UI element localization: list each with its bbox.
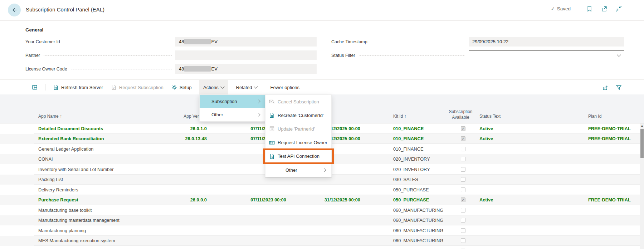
column-header-app-version[interactable]: App Version	[150, 114, 207, 119]
kit-id-cell: 010_FINANCE	[393, 123, 424, 134]
subscription-available-cell	[461, 154, 465, 165]
subscription-available-checkbox[interactable]	[461, 167, 465, 172]
menu-item-label: Cancel Subscription	[278, 99, 319, 104]
subscription-available-checkbox[interactable]	[461, 177, 465, 182]
start-date-cell	[229, 225, 286, 236]
app-name-cell: Bulk Email to customers and vendors	[38, 246, 114, 249]
table-row[interactable]: Manufacturing planning060_MANUFACTURING	[0, 225, 644, 236]
app-name-cell: Packing List	[38, 175, 63, 185]
kit-id-cell: 020_INVENTORY	[393, 154, 430, 165]
app-name-cell: Purchase Request	[38, 195, 78, 205]
menu-item-recreate-customerid[interactable]: Recreate 'CustomerId'	[265, 108, 331, 122]
subscription-available-checkbox[interactable]: ✓	[461, 136, 465, 141]
table-row[interactable]: Delivery Reminders050_PURCHASE	[0, 185, 644, 195]
request-license-owner-icon	[269, 140, 275, 146]
refresh-from-server-button[interactable]: Refresh from Server	[49, 80, 107, 95]
subscription-available-checkbox[interactable]	[461, 157, 465, 161]
share-icon[interactable]	[602, 84, 609, 91]
subscription-available-checkbox[interactable]	[461, 187, 465, 192]
menu-item-subscription[interactable]: Subscription	[200, 95, 265, 108]
status-text-cell: Active	[479, 195, 493, 205]
your-customer-id-value[interactable]: 48EV	[175, 37, 317, 47]
request-subscription-button[interactable]: ? Request Subscription	[107, 80, 167, 95]
chevron-right-icon	[323, 168, 326, 172]
kit-id-cell: 010_FINANCE	[393, 134, 424, 144]
menu-item-update-partnerid[interactable]: Update 'PartnerId'	[265, 122, 331, 136]
dotted-leader	[44, 55, 172, 56]
fewer-options-button[interactable]: Fewer options	[266, 80, 303, 95]
grid-view-button[interactable]	[28, 80, 42, 95]
column-header-app-name[interactable]: App Name ↑	[38, 114, 62, 119]
app-version-cell	[150, 144, 207, 154]
actions-menu-button[interactable]: Actions	[199, 80, 228, 95]
status-filter-select[interactable]	[469, 50, 624, 60]
menu-item-label: Request License Owner	[278, 140, 327, 145]
menu-item-cancel-subscription[interactable]: Cancel Subscription	[265, 95, 331, 108]
app-version-cell: 26.0.1.0	[150, 123, 207, 134]
table-row[interactable]: Bulk Email to customers and vendors090_P…	[0, 246, 644, 249]
menu-item-other[interactable]: Other	[200, 108, 265, 121]
open-in-window-icon[interactable]	[601, 6, 607, 12]
app-name-cell: Manufacturing masterdata management	[38, 215, 119, 226]
menu-item-other[interactable]: Other	[265, 163, 331, 177]
subscription-available-checkbox[interactable]	[461, 218, 465, 223]
saved-indicator: ✓ Saved	[551, 6, 571, 11]
subscription-available-checkbox[interactable]	[461, 228, 465, 233]
table-row[interactable]: Purchase Request26.0.0.007/11/2023 00:00…	[0, 195, 644, 205]
partner-value[interactable]	[175, 50, 317, 60]
column-header-kit-id[interactable]: Kit Id ↑	[393, 114, 406, 119]
menu-item-label: Other	[286, 167, 297, 173]
subscription-available-checkbox[interactable]	[461, 238, 465, 243]
dotted-leader	[71, 69, 172, 69]
setup-button[interactable]: Setup	[167, 80, 196, 95]
column-header-status-text[interactable]: Status Text	[479, 114, 501, 119]
menu-item-label: Subscription	[211, 99, 237, 104]
grid-view-icon	[32, 84, 38, 90]
menu-item-request-license-owner[interactable]: Request License Owner	[265, 136, 331, 150]
app-version-cell	[150, 164, 207, 175]
table-row[interactable]: Manufacturing masterdata management060_M…	[0, 215, 644, 226]
table-row[interactable]: Manufacturing base toolkit060_MANUFACTUR…	[0, 205, 644, 215]
update-partnerid-icon	[269, 126, 275, 132]
redacted-block	[184, 39, 211, 44]
dotted-leader	[371, 42, 465, 42]
dotted-leader	[359, 55, 465, 56]
column-header-subscription-available[interactable]: Subscription Available	[444, 109, 478, 120]
setup-gear-icon	[171, 84, 177, 90]
kit-id-cell: 060_MANUFACTURING	[393, 205, 443, 215]
back-button[interactable]	[8, 4, 21, 16]
subscription-available-cell	[461, 236, 465, 246]
vertical-scrollbar[interactable]: ▲	[640, 123, 644, 249]
refresh-icon	[53, 84, 59, 90]
subscription-available-checkbox[interactable]	[461, 147, 465, 151]
app-version-cell	[150, 185, 207, 195]
plan-id-cell: FREE-DEMO-TRIAL	[588, 134, 631, 144]
table-row[interactable]: MES Manufacturing execution system060_MA…	[0, 236, 644, 246]
collapse-icon[interactable]	[616, 6, 622, 12]
menu-item-label: Other	[211, 112, 223, 117]
subscription-available-cell	[461, 185, 465, 195]
status-filter-label: Status Filter	[331, 53, 355, 58]
subscription-available-checkbox[interactable]	[461, 208, 465, 213]
subscription-available-checkbox[interactable]: ✓	[461, 126, 465, 131]
license-owner-code-value[interactable]: 48EV	[175, 64, 317, 74]
plan-id-cell: FREE-DEMO-TRIAL	[588, 195, 631, 205]
subscription-available-checkbox[interactable]: ✓	[461, 197, 465, 202]
bookmark-icon[interactable]	[586, 6, 592, 12]
app-name-cell: Extended Bank Reconciliation	[38, 134, 104, 144]
app-name-cell: Manufacturing base toolkit	[38, 205, 92, 215]
field-your-customer-id: Your Customer Id 48EV	[25, 37, 317, 47]
related-menu-button[interactable]: Related	[232, 80, 262, 95]
scroll-up-icon[interactable]: ▲	[640, 124, 644, 127]
end-date-cell	[303, 185, 360, 195]
app-name-cell: Detailed Document Discounts	[38, 123, 103, 134]
column-header-plan-id[interactable]: Plan Id	[588, 114, 601, 119]
menu-item-test-api-connection[interactable]: ?Test API Connection	[265, 150, 331, 163]
kit-id-cell: 060_MANUFACTURING	[393, 236, 443, 246]
scrollbar-thumb[interactable]	[640, 129, 644, 158]
filter-icon[interactable]	[616, 84, 622, 91]
kit-id-cell: 010_FINANCE	[393, 144, 424, 154]
start-date-cell	[229, 236, 286, 246]
subscription-available-cell	[461, 246, 465, 249]
subscription-available-cell	[461, 175, 465, 185]
